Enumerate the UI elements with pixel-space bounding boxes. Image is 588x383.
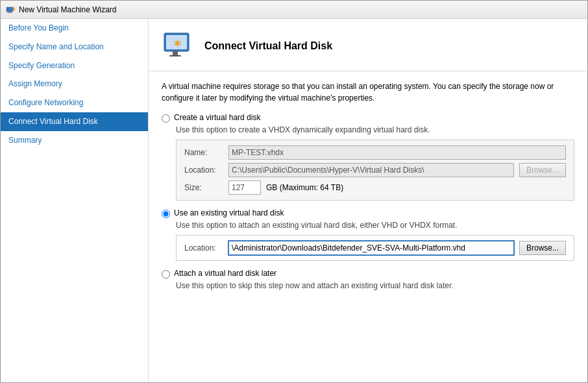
size-row: Size: GB (Maximum: 64 TB)	[184, 180, 566, 195]
svg-point-4	[13, 6, 14, 8]
attach-later-label[interactable]: Attach a virtual hard disk later	[174, 269, 276, 278]
page-title: Connect Virtual Hard Disk	[204, 40, 332, 52]
sidebar-item-connect-vhd[interactable]: Connect Virtual Hard Disk	[1, 112, 148, 131]
create-vhd-form: Name: Location: Browse... Size: GB (Maxi…	[176, 140, 574, 201]
titlebar-icon	[6, 5, 15, 14]
location-input	[228, 163, 514, 177]
use-existing-label[interactable]: Use an existing virtual hard disk	[174, 208, 284, 217]
main-body: A virtual machine requires storage so th…	[149, 71, 587, 382]
titlebar-text: New Virtual Machine Wizard	[19, 5, 117, 14]
size-suffix: GB (Maximum: 64 TB)	[266, 183, 343, 192]
name-row: Name:	[184, 145, 566, 160]
svg-rect-0	[6, 7, 13, 12]
sidebar-item-assign-memory[interactable]: Assign Memory	[1, 75, 148, 93]
size-label: Size:	[184, 183, 223, 192]
attach-later-description: Use this option to skip this step now an…	[176, 281, 574, 290]
name-input	[228, 145, 566, 160]
page-description: A virtual machine requires storage so th…	[162, 80, 574, 104]
existing-location-input[interactable]	[228, 241, 514, 255]
content-area: Before You Begin Specify Name and Locati…	[1, 19, 587, 382]
use-existing-radio[interactable]	[162, 210, 170, 218]
sidebar-item-summary[interactable]: Summary	[1, 131, 148, 150]
name-label: Name:	[184, 148, 223, 157]
size-input	[228, 180, 261, 195]
create-vhd-description: Use this option to create a VHDX dynamic…	[176, 125, 574, 134]
wizard-icon	[162, 29, 195, 63]
main-header: Connect Virtual Hard Disk	[149, 19, 587, 71]
create-vhd-browse-button[interactable]: Browse...	[519, 163, 566, 177]
create-vhd-radio[interactable]	[162, 114, 170, 123]
location-row: Location: Browse...	[184, 163, 566, 177]
svg-marker-3	[13, 6, 15, 10]
svg-rect-2	[7, 12, 12, 13]
create-vhd-option: Create a virtual hard disk	[162, 113, 574, 123]
sidebar: Before You Begin Specify Name and Locati…	[1, 19, 149, 382]
existing-location-label: Location:	[184, 243, 223, 253]
attach-later-radio[interactable]	[162, 270, 170, 278]
svg-rect-8	[169, 55, 181, 56]
use-existing-option: Use an existing virtual hard disk	[162, 208, 574, 218]
title-bar: New Virtual Machine Wizard	[1, 1, 587, 19]
existing-location-row: Location: Browse...	[184, 241, 566, 255]
use-existing-description: Use this option to attach an existing vi…	[176, 221, 574, 230]
attach-later-option: Attach a virtual hard disk later	[162, 269, 574, 278]
sidebar-item-before-you-begin[interactable]: Before You Begin	[1, 19, 148, 38]
sidebar-item-configure-networking[interactable]: Configure Networking	[1, 93, 148, 112]
wizard-window: New Virtual Machine Wizard Before You Be…	[0, 0, 588, 383]
use-existing-form: Location: Browse...	[176, 235, 574, 261]
use-existing-browse-button[interactable]: Browse...	[519, 241, 566, 255]
svg-rect-7	[173, 51, 178, 55]
location-label: Location:	[184, 166, 223, 175]
main-content: Connect Virtual Hard Disk A virtual mach…	[149, 19, 587, 382]
sidebar-item-specify-generation[interactable]: Specify Generation	[1, 56, 148, 75]
create-vhd-label[interactable]: Create a virtual hard disk	[174, 113, 260, 122]
sidebar-item-specify-name[interactable]: Specify Name and Location	[1, 38, 148, 56]
